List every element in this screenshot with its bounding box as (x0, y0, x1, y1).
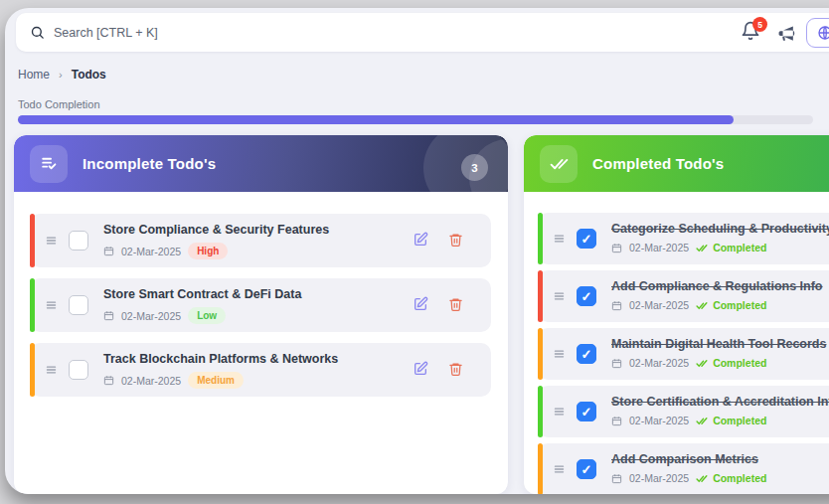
todo-date: 02-Mar-2025 (629, 357, 689, 369)
language-button[interactable] (806, 18, 829, 48)
completed-panel-title: Completed Todo's (592, 155, 724, 172)
drag-handle[interactable] (45, 235, 58, 248)
incomplete-panel-header: Incomplete Todo's 3 (14, 135, 508, 192)
megaphone-icon (777, 24, 796, 43)
todo-content: Add Comparison Metrics 02-Mar-2025 Compl… (611, 452, 766, 484)
double-check-icon (696, 473, 709, 484)
breadcrumb: Home › Todos (18, 68, 106, 82)
breadcrumb-current: Todos (72, 68, 106, 82)
todo-item: Store Compliance & Security Features 02-… (30, 214, 491, 267)
priority-accent-bar (538, 443, 543, 494)
incomplete-panel-title: Incomplete Todo's (83, 155, 216, 172)
todo-date: 02-Mar-2025 (629, 472, 689, 484)
breadcrumb-separator-icon: › (59, 69, 63, 81)
completed-status: Completed (696, 472, 766, 484)
todo-content: Store Certification & Accreditation Info… (611, 395, 829, 426)
priority-badge: High (188, 243, 228, 259)
priority-accent-bar (30, 278, 35, 332)
calendar-icon (611, 300, 622, 311)
drag-handle[interactable] (45, 364, 58, 377)
completed-status-label: Completed (713, 357, 766, 369)
drag-handle[interactable] (553, 348, 566, 361)
priority-accent-bar (30, 214, 35, 267)
todo-content: Track Blockchain Platforms & Networks 02… (103, 352, 338, 389)
double-check-icon (696, 300, 709, 311)
completed-status: Completed (696, 357, 766, 369)
completed-todos-panel: Completed Todo's ✓ Categorize Scheduling… (524, 135, 829, 494)
todo-checkbox[interactable] (69, 295, 88, 315)
calendar-icon (103, 310, 114, 321)
calendar-icon (611, 416, 622, 426)
todo-item: ✓ Add Compliance & Regulations Info 02-M… (538, 270, 829, 322)
todo-checkbox-checked[interactable]: ✓ (577, 402, 596, 421)
priority-badge: Medium (188, 372, 244, 389)
edit-button[interactable] (413, 232, 428, 252)
edit-button[interactable] (413, 296, 428, 316)
calendar-icon (611, 473, 622, 484)
drag-handle[interactable] (553, 463, 566, 476)
todo-title: Add Compliance & Regulations Info (611, 279, 823, 293)
todo-checkbox-checked[interactable]: ✓ (577, 459, 596, 479)
notifications-button[interactable]: 5 (741, 21, 764, 47)
todo-title: Store Certification & Accreditation Info (611, 395, 829, 409)
top-search-bar: 5 (16, 13, 829, 52)
todo-date: 02-Mar-2025 (629, 242, 689, 253)
app-window: 5 Home › Todos Todo Completion Incomplet… (5, 8, 829, 494)
drag-handle[interactable] (553, 290, 566, 303)
todo-item: Track Blockchain Platforms & Networks 02… (30, 343, 491, 397)
priority-accent-bar (538, 213, 543, 264)
incomplete-header-chip (30, 145, 68, 183)
todo-content: Store Compliance & Security Features 02-… (103, 223, 329, 259)
double-check-icon (550, 154, 569, 173)
notification-count-badge: 5 (752, 17, 767, 32)
drag-handle[interactable] (553, 233, 566, 246)
calendar-icon (611, 358, 622, 369)
completed-status-label: Completed (713, 415, 766, 426)
todo-title: Categorize Scheduling & Productivity App… (611, 222, 829, 236)
double-check-icon (696, 243, 709, 253)
delete-button[interactable] (448, 361, 463, 381)
todo-date: 02-Mar-2025 (121, 246, 181, 257)
drag-handle[interactable] (553, 406, 566, 419)
edit-button[interactable] (413, 361, 428, 381)
completed-status: Completed (696, 299, 766, 311)
todo-checkbox-checked[interactable]: ✓ (577, 344, 596, 364)
todo-date: 02-Mar-2025 (121, 375, 181, 387)
incomplete-todos-panel: Incomplete Todo's 3 Store Compliance & S… (14, 135, 508, 494)
priority-accent-bar (538, 328, 543, 380)
priority-badge: Low (188, 307, 226, 324)
priority-accent-bar (538, 270, 543, 322)
globe-icon (817, 25, 829, 41)
todo-item: ✓ Categorize Scheduling & Productivity A… (538, 213, 829, 264)
completed-header-chip (540, 145, 578, 183)
todo-checkbox[interactable] (69, 360, 88, 380)
list-check-icon (40, 154, 59, 173)
todo-title: Store Smart Contract & DeFi Data (103, 287, 301, 301)
completed-status: Completed (696, 242, 766, 253)
todo-content: Categorize Scheduling & Productivity App… (611, 222, 829, 253)
incomplete-count-badge: 3 (461, 154, 488, 181)
todo-title: Track Blockchain Platforms & Networks (103, 352, 338, 366)
completed-status-label: Completed (713, 299, 766, 311)
breadcrumb-home-link[interactable]: Home (18, 68, 50, 82)
todo-checkbox-checked[interactable]: ✓ (577, 229, 596, 249)
delete-button[interactable] (448, 296, 463, 316)
announcements-button[interactable] (777, 24, 799, 44)
double-check-icon (696, 358, 709, 369)
priority-accent-bar (30, 343, 35, 397)
todo-checkbox[interactable] (69, 231, 88, 251)
todo-completion-label: Todo Completion (18, 98, 100, 110)
priority-accent-bar (538, 386, 543, 437)
todo-item: Store Smart Contract & DeFi Data 02-Mar-… (30, 278, 491, 332)
completed-status-label: Completed (713, 472, 766, 484)
todo-item: ✓ Store Certification & Accreditation In… (538, 386, 829, 437)
delete-button[interactable] (448, 232, 463, 252)
todo-content: Maintain Digital Health Tool Records 02-… (611, 337, 826, 369)
todo-checkbox-checked[interactable]: ✓ (577, 286, 596, 306)
search-input[interactable] (54, 26, 481, 40)
drag-handle[interactable] (45, 299, 58, 312)
double-check-icon (696, 416, 709, 426)
todo-item: ✓ Maintain Digital Health Tool Records 0… (538, 328, 829, 380)
todo-completion-progressbar (18, 115, 813, 124)
todo-date: 02-Mar-2025 (629, 299, 689, 311)
